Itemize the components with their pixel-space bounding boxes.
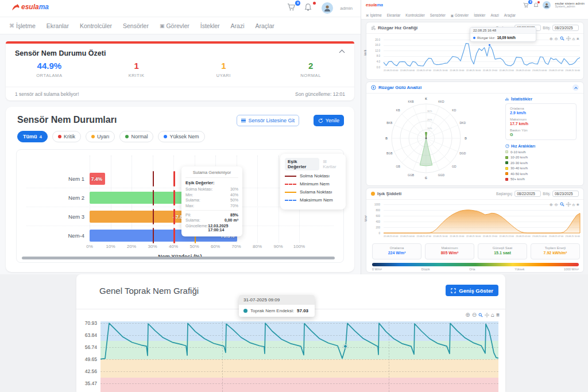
legend-tab-kartlar[interactable]: ⊞ Kartlar (323, 159, 341, 169)
chip-tumu[interactable]: Tümü4 (17, 131, 48, 142)
compass-icon (371, 85, 376, 90)
avatar[interactable] (322, 2, 333, 14)
menu-icon[interactable]: ≡ (577, 37, 579, 41)
chip-tumu-count: 4 (40, 134, 42, 139)
svg-text:20%: 20% (427, 118, 432, 121)
mini-nav-gorevler[interactable]: ▣Görevler (451, 13, 469, 17)
gridline-9 (278, 156, 279, 243)
speed-ranges-icon (505, 144, 509, 148)
mini-nav-istekler[interactable]: İstekler (474, 13, 485, 17)
tooltip-status: Sulama Gerekmiyor (185, 170, 238, 178)
nav-arazi[interactable]: Arazi (231, 22, 245, 29)
sensor-list-button[interactable]: Sensör Listesine Git (237, 115, 299, 126)
range-item-0-10-km/h: 0-10 km/h (505, 150, 580, 154)
mini-avatar[interactable] (543, 1, 551, 9)
soil-ytick-56.74: 56.74 (78, 344, 97, 350)
home-icon[interactable]: ⌂ (491, 312, 494, 318)
soil-moisture-section: Genel Toprak Nem Grafiği Geniş Göster 70… (0, 274, 588, 392)
magnifier-icon[interactable] (560, 202, 564, 207)
chip-yuksek-nem[interactable]: Yüksek Nem (158, 131, 204, 142)
intensity-scale-labels: 0 W/m²DüşükOrtaYüksek1000 W/m² (372, 267, 579, 271)
soil-chart-title: Genel Toprak Nem Grafiği (99, 286, 199, 296)
mini-nav-arazi[interactable]: Arazi (490, 13, 498, 17)
bar-label-nem-1: Nem 1 (51, 176, 84, 182)
expand-button[interactable]: Geniş Göster (446, 285, 498, 296)
notifications-bell-icon[interactable] (304, 3, 315, 13)
summary-alert-bar (6, 41, 354, 44)
rose-collapse-button[interactable] (572, 84, 579, 91)
app-logo[interactable]: esulama (11, 3, 49, 11)
mini-nav-kontrolculer[interactable]: Kontrolcüler (405, 13, 425, 17)
home-icon[interactable]: ⌂ (572, 37, 575, 41)
menu-icon[interactable]: ≡ (577, 203, 579, 207)
normal-dot-icon (125, 135, 129, 138)
light-chart-toolbar: ⊕⊖⌂≡ (550, 202, 579, 207)
refresh-button[interactable]: Yenile (314, 115, 344, 126)
legend-tab-esik[interactable]: Eşik Değerler (285, 158, 319, 170)
refresh-icon (318, 118, 323, 123)
light-end-date-input[interactable] (552, 191, 579, 197)
nav-ekranlar[interactable]: Ekranlar (47, 22, 69, 29)
mini-nav-sensorler[interactable]: Sensörler (430, 13, 446, 17)
svg-text:BGB: BGB (386, 152, 393, 155)
home-icon[interactable]: ⌂ (572, 203, 575, 207)
nav-araclar[interactable]: Araçlar (256, 22, 274, 29)
svg-text:DKD: DKD (459, 121, 466, 125)
wind-panel-title: Rüzgar Hız Grafiği (378, 25, 417, 30)
collapse-chevron-icon[interactable] (339, 50, 345, 56)
mini-cart-icon[interactable]: 0 (523, 2, 529, 9)
cart-icon[interactable]: 0 (287, 3, 297, 13)
light-start-date-input[interactable] (514, 191, 541, 197)
zoom-out-icon[interactable]: ⊖ (555, 37, 558, 41)
wind-x-axis: 22.08.25 01:0022.08.25 04:0022.08.25 07:… (384, 69, 580, 72)
intensity-scale-bar (372, 263, 579, 266)
horizontal-scrollbar[interactable] (22, 257, 335, 259)
zoom-in-icon[interactable]: ⊕ (550, 203, 553, 207)
sulama-line-icon (285, 192, 296, 193)
svg-text:KKB: KKB (408, 100, 415, 103)
mini-bell-icon[interactable] (533, 2, 539, 9)
mini-nav-araclar[interactable]: Araçlar (504, 13, 516, 17)
sun-icon (371, 192, 375, 196)
summary-title: Sensör Nem Durumu Özeti (15, 49, 106, 57)
wind-icon (371, 26, 376, 30)
sensor-card-title: Sensör Nem Durumları (17, 115, 117, 125)
svg-text:KD: KD (452, 108, 456, 112)
wind-tooltip-time: 22.08.25 16:48 (470, 28, 536, 34)
zoom-out-icon[interactable]: ⊖ (555, 203, 558, 207)
svg-text:GGB: GGB (408, 173, 415, 177)
ranges-title: Hız Aralıkları (511, 144, 535, 148)
chip-uyari[interactable]: Uyarı (86, 131, 115, 142)
magnifier-icon[interactable] (560, 36, 564, 41)
zoom-in-icon[interactable]: ⊕ (550, 37, 553, 41)
zoom-out-icon[interactable]: ⊖ (472, 312, 477, 318)
normal-label: NORMAL (267, 73, 354, 78)
zoom-in-icon[interactable]: ⊕ (465, 312, 470, 318)
pan-icon[interactable] (566, 202, 571, 207)
mini-logo[interactable]: esulama (366, 2, 383, 7)
list-icon (241, 118, 246, 123)
nav-istekler[interactable]: İstekler (200, 22, 220, 29)
x-tick-8: 80% (253, 244, 262, 249)
moisture-summary-card: Sensör Nem Durumu Özeti 44.9%ORTALAMA 1K… (6, 41, 354, 100)
nav-sensorler[interactable]: Sensörler (123, 22, 149, 29)
pan-icon[interactable] (485, 313, 489, 317)
chip-kritik[interactable]: Kritik (52, 131, 81, 142)
nav-kontrolculer[interactable]: Kontrolcüler (80, 22, 112, 29)
nav-isletme[interactable]: ⌘İşletme (9, 22, 36, 29)
filter-chips: Tümü4 Kritik Uyarı Normal Yüksek Nem (17, 131, 205, 142)
menu-icon[interactable]: ≡ (496, 312, 500, 318)
svg-text:DGD: DGD (459, 152, 466, 155)
app-header: esulama 0 admin (0, 0, 361, 17)
wind-end-date-input[interactable] (552, 25, 579, 31)
mini-nav-isletme[interactable]: ⌘İşletme (366, 13, 382, 17)
magnifier-icon[interactable] (478, 313, 483, 317)
wind-rose-chart: KKKDKDDKDDDGDGDGGDGGGBGBBGBBBKBKBKKB10%2… (369, 95, 501, 185)
chip-normal[interactable]: Normal (119, 131, 153, 142)
main-nav: ⌘İşletme Ekranlar Kontrolcüler Sensörler… (0, 17, 361, 34)
pan-icon[interactable] (566, 36, 571, 41)
isletme-icon: ⌘ (9, 23, 14, 29)
nav-gorevler[interactable]: ▣Görevler (160, 22, 189, 29)
min-line-icon (285, 184, 296, 185)
mini-nav-ekranlar[interactable]: Ekranlar (387, 13, 400, 17)
